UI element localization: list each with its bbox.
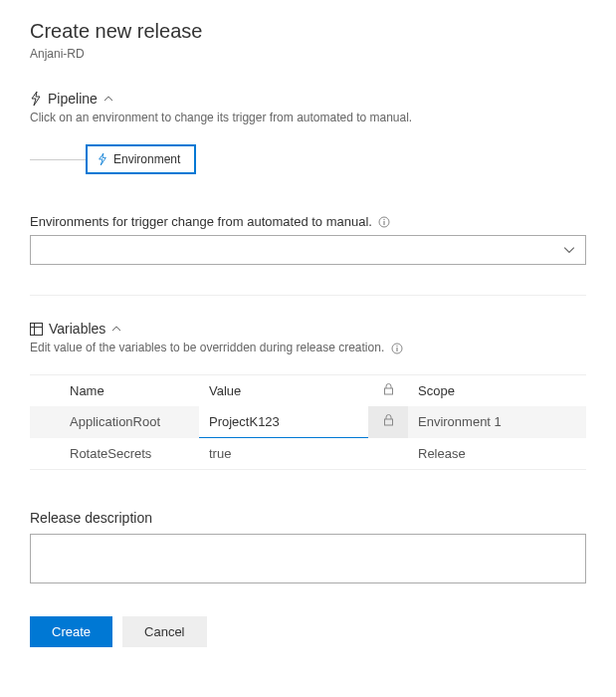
lock-icon xyxy=(383,414,394,426)
svg-rect-8 xyxy=(396,348,397,351)
var-name-cell[interactable]: RotateSecrets xyxy=(30,438,199,470)
trigger-label-text: Environments for trigger change from aut… xyxy=(30,214,372,229)
info-icon[interactable] xyxy=(391,343,403,354)
create-button[interactable]: Create xyxy=(30,616,112,647)
info-icon[interactable] xyxy=(378,216,390,228)
var-value-cell[interactable]: ProjectK123 xyxy=(199,406,368,438)
button-row: Create Cancel xyxy=(30,616,586,647)
variables-table: Name Value Scope ApplicationRoot Project… xyxy=(30,374,586,470)
var-scope-cell[interactable]: Release xyxy=(408,438,586,470)
page-title: Create new release xyxy=(30,20,586,43)
lightning-icon xyxy=(98,153,107,165)
var-lock-cell[interactable] xyxy=(368,406,408,438)
var-lock-cell[interactable] xyxy=(368,438,408,470)
svg-point-1 xyxy=(383,218,384,219)
pipeline-section-toggle[interactable]: Pipeline xyxy=(30,91,586,107)
svg-point-7 xyxy=(396,346,397,347)
pipeline-environment-box[interactable]: Environment xyxy=(86,144,196,174)
release-description-input[interactable] xyxy=(30,534,586,583)
divider xyxy=(30,295,586,296)
variables-title: Variables xyxy=(49,321,105,337)
lock-icon xyxy=(383,383,394,395)
table-header-row: Name Value Scope xyxy=(30,375,586,407)
table-row[interactable]: ApplicationRoot ProjectK123 Environment … xyxy=(30,406,586,438)
var-value-cell[interactable]: true xyxy=(199,438,368,470)
release-description-label: Release description xyxy=(30,510,586,526)
variables-section-toggle[interactable]: Variables xyxy=(30,321,586,337)
pipeline-title: Pipeline xyxy=(48,91,98,107)
chevron-up-icon xyxy=(111,324,121,334)
variables-description: Edit value of the variables to be overri… xyxy=(30,341,586,354)
svg-rect-10 xyxy=(384,419,392,425)
lightning-icon xyxy=(30,92,42,106)
col-lock[interactable] xyxy=(368,375,408,407)
grid-icon xyxy=(30,323,43,336)
var-scope-cell[interactable]: Environment 1 xyxy=(408,406,586,438)
trigger-label: Environments for trigger change from aut… xyxy=(30,214,586,229)
pipeline-description: Click on an environment to change its tr… xyxy=(30,111,586,124)
col-value[interactable]: Value xyxy=(199,375,368,407)
chevron-up-icon xyxy=(103,94,113,104)
svg-rect-3 xyxy=(31,323,43,335)
col-name[interactable]: Name xyxy=(30,375,199,407)
svg-rect-9 xyxy=(384,388,392,394)
page-subtitle: Anjani-RD xyxy=(30,47,586,61)
svg-rect-2 xyxy=(383,221,384,225)
pipeline-diagram: Environment xyxy=(30,144,586,174)
table-row[interactable]: RotateSecrets true Release xyxy=(30,438,586,470)
col-scope[interactable]: Scope xyxy=(408,375,586,407)
trigger-dropdown[interactable] xyxy=(30,235,586,265)
var-name-cell[interactable]: ApplicationRoot xyxy=(30,406,199,438)
chevron-down-icon xyxy=(563,244,575,256)
variables-desc-text: Edit value of the variables to be overri… xyxy=(30,341,384,354)
environment-box-label: Environment xyxy=(113,152,180,166)
pipeline-connector xyxy=(30,159,86,160)
cancel-button[interactable]: Cancel xyxy=(122,616,206,647)
